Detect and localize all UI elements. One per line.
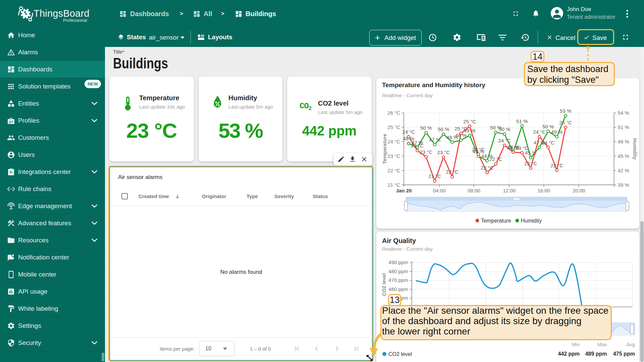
svg-text:Humidity: Humidity [521,218,542,224]
svg-text:44 %: 44 % [481,153,493,159]
svg-text:23 °C: 23 °C [437,149,450,155]
svg-text:Max: Max [597,342,607,347]
svg-text:480 ppm: 480 ppm [388,268,408,274]
svg-text:22 °C: 22 °C [524,161,537,166]
svg-text:Temperature: Temperature [481,218,511,224]
svg-text:26 °C: 26 °C [387,110,400,116]
svg-text:48 %: 48 % [618,139,629,144]
svg-text:16:00: 16:00 [538,188,550,193]
svg-text:20:00: 20:00 [573,188,585,193]
svg-text:45 %: 45 % [618,153,629,159]
svg-text:45 %: 45 % [525,150,536,156]
svg-text:23 °C: 23 °C [387,153,400,159]
svg-text:22 °C: 22 °C [550,163,563,168]
svg-text:24 °C: 24 °C [387,139,400,144]
svg-text:24 °C: 24 °C [402,129,415,135]
svg-text:47 %: 47 % [412,140,423,145]
svg-text:Temperature: Temperature [382,134,387,164]
svg-text:46 %: 46 % [507,144,519,150]
svg-text:489 ppm: 489 ppm [585,351,607,357]
svg-text:23 °C: 23 °C [420,149,432,155]
svg-text:490 ppm: 490 ppm [388,259,408,265]
svg-text:22 °C: 22 °C [481,165,493,171]
svg-text:475 ppm: 475 ppm [613,351,635,357]
svg-text:39 %: 39 % [618,182,629,188]
svg-text:51 %: 51 % [516,118,528,124]
svg-text:Avg: Avg [626,342,635,347]
svg-text:49 %: 49 % [551,129,562,135]
svg-text:21 °C: 21 °C [428,173,441,179]
svg-text:25 °C: 25 °C [387,124,400,130]
svg-text:CO2 level: CO2 level [388,351,412,357]
svg-text:Min: Min [572,342,580,347]
svg-text:442 ppm: 442 ppm [558,351,580,357]
svg-text:460 ppm: 460 ppm [388,286,408,292]
svg-text:25 °C: 25 °C [559,120,572,125]
svg-text:Humidity: Humidity [632,138,638,160]
svg-text:24 °C: 24 °C [498,138,511,143]
svg-text:08:00: 08:00 [468,188,480,193]
svg-text:47 %: 47 % [429,137,440,142]
svg-text:22 °C: 22 °C [446,169,459,175]
svg-text:51 %: 51 % [618,124,629,130]
svg-text:Jan 20: Jan 20 [396,188,412,193]
svg-text:42 %: 42 % [618,168,629,173]
svg-text:04:00: 04:00 [433,188,446,193]
svg-text:22 °C: 22 °C [387,168,400,173]
svg-text:50 %: 50 % [542,124,554,129]
svg-text:CO2 level: CO2 level [381,273,387,296]
svg-text:53 %: 53 % [560,108,571,114]
svg-text:12:00: 12:00 [503,188,516,193]
svg-text:25 °C: 25 °C [463,119,476,124]
svg-text:24 °C: 24 °C [533,129,546,135]
svg-text:50 %: 50 % [499,126,510,132]
svg-text:50 %: 50 % [420,125,432,131]
svg-text:49 %: 49 % [464,128,475,133]
svg-text:50 %: 50 % [438,126,449,132]
svg-text:470 ppm: 470 ppm [388,277,408,283]
svg-text:47 %: 47 % [534,140,545,145]
svg-text:21 °C: 21 °C [387,182,400,188]
svg-text:54 %: 54 % [618,110,629,116]
